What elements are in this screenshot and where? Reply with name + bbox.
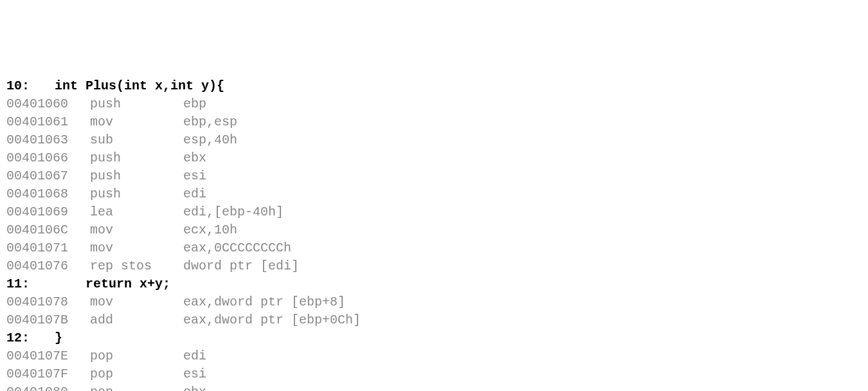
asm-address: 0040106C: [6, 221, 90, 239]
code-line: 11: return x+y;: [6, 275, 862, 293]
asm-address: 00401060: [6, 95, 90, 113]
source-line-code: }: [55, 329, 62, 347]
asm-mnemonic: push: [90, 149, 183, 167]
asm-mnemonic: pop: [90, 383, 183, 391]
code-line: 00401080popebx: [6, 383, 862, 391]
code-line: 00401063subesp,40h: [6, 131, 862, 149]
disassembly-view: 10:int Plus(int x,int y){00401060pushebp…: [6, 77, 862, 391]
asm-address: 00401078: [6, 293, 90, 311]
code-line: 00401068pushedi: [6, 185, 862, 203]
asm-operand: esi: [183, 167, 206, 185]
asm-operand: eax,dword ptr [ebp+0Ch]: [183, 311, 361, 329]
asm-address: 00401071: [6, 239, 90, 257]
asm-address: 00401076: [6, 257, 90, 275]
source-line-code: int Plus(int x,int y){: [55, 77, 224, 95]
code-line: 10:int Plus(int x,int y){: [6, 77, 862, 95]
asm-operand: esi: [183, 365, 206, 383]
code-line: 00401076rep stosdword ptr [edi]: [6, 257, 862, 275]
asm-operand: ecx,10h: [183, 221, 237, 239]
code-line: 00401061movebp,esp: [6, 113, 862, 131]
asm-operand: dword ptr [edi]: [183, 257, 299, 275]
code-line: 00401060pushebp: [6, 95, 862, 113]
asm-mnemonic: pop: [90, 347, 183, 365]
asm-operand: ebp,esp: [183, 113, 237, 131]
code-line: 00401067pushesi: [6, 167, 862, 185]
asm-operand: esp,40h: [183, 131, 237, 149]
asm-operand: ebp: [183, 95, 206, 113]
asm-address: 00401066: [6, 149, 90, 167]
asm-operand: ebx: [183, 149, 206, 167]
asm-operand: eax,dword ptr [ebp+8]: [183, 293, 345, 311]
asm-mnemonic: mov: [90, 239, 183, 257]
asm-mnemonic: lea: [90, 203, 183, 221]
asm-mnemonic: mov: [90, 221, 183, 239]
code-line: 00401066pushebx: [6, 149, 862, 167]
asm-mnemonic: mov: [90, 293, 183, 311]
asm-mnemonic: mov: [90, 113, 183, 131]
source-line-code: return x+y;: [55, 275, 170, 293]
code-line: 00401078moveax,dword ptr [ebp+8]: [6, 293, 862, 311]
asm-operand: eax,0CCCCCCCCh: [183, 239, 291, 257]
asm-address: 00401069: [6, 203, 90, 221]
asm-address: 0040107E: [6, 347, 90, 365]
code-line: 0040107Epopedi: [6, 347, 862, 365]
source-line-number: 10:: [6, 77, 55, 95]
asm-address: 00401068: [6, 185, 90, 203]
asm-operand: edi: [183, 347, 206, 365]
code-line: 00401071moveax,0CCCCCCCCh: [6, 239, 862, 257]
asm-mnemonic: pop: [90, 365, 183, 383]
asm-mnemonic: rep stos: [90, 257, 183, 275]
asm-operand: edi,[ebp-40h]: [183, 203, 284, 221]
asm-mnemonic: push: [90, 95, 183, 113]
asm-mnemonic: push: [90, 185, 183, 203]
asm-address: 00401063: [6, 131, 90, 149]
asm-mnemonic: sub: [90, 131, 183, 149]
code-line: 12:}: [6, 329, 862, 347]
code-line: 0040106Cmovecx,10h: [6, 221, 862, 239]
code-line: 0040107Fpopesi: [6, 365, 862, 383]
asm-mnemonic: push: [90, 167, 183, 185]
code-line: 0040107Baddeax,dword ptr [ebp+0Ch]: [6, 311, 862, 329]
asm-address: 0040107B: [6, 311, 90, 329]
asm-address: 00401067: [6, 167, 90, 185]
asm-operand: ebx: [183, 383, 206, 391]
asm-address: 00401061: [6, 113, 90, 131]
code-line: 00401069leaedi,[ebp-40h]: [6, 203, 862, 221]
asm-address: 00401080: [6, 383, 90, 391]
source-line-number: 12:: [6, 329, 55, 347]
asm-mnemonic: add: [90, 311, 183, 329]
asm-address: 0040107F: [6, 365, 90, 383]
source-line-number: 11:: [6, 275, 55, 293]
asm-operand: edi: [183, 185, 206, 203]
